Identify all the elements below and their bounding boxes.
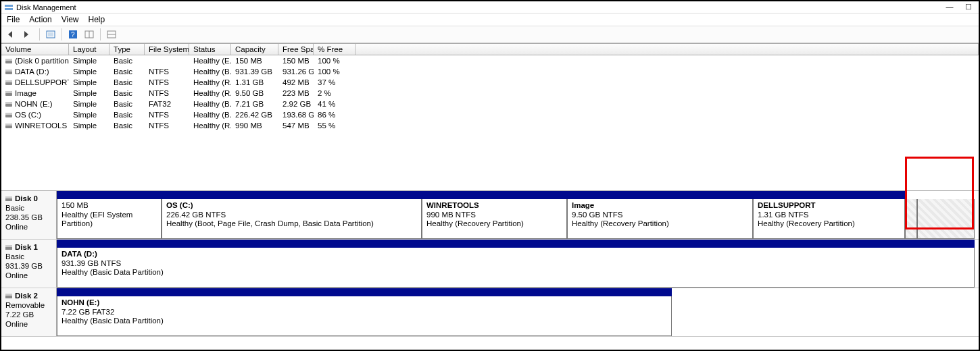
col-fs[interactable]: File System	[145, 44, 189, 55]
cell-type: Basic	[109, 66, 145, 77]
menu-help[interactable]: Help	[89, 15, 105, 24]
partition-color-bar	[57, 240, 975, 248]
volume-row[interactable]: OS (C:)SimpleBasicNTFSHealthy (B...226.4…	[1, 109, 979, 120]
unallocated-space[interactable]	[917, 199, 975, 239]
partition-info: 226.42 GB NTFS	[166, 211, 417, 220]
menu-action[interactable]: Action	[29, 15, 51, 24]
col-pctfree[interactable]: % Free	[314, 44, 356, 55]
toolbar-icon-3[interactable]	[105, 28, 118, 40]
disk-type: Basic	[5, 203, 52, 213]
help-button[interactable]: ?	[66, 28, 80, 40]
partition[interactable]: DELLSUPPORT1.31 GB NTFSHealthy (Recovery…	[753, 199, 905, 239]
disk-status: Online	[5, 222, 52, 232]
partition[interactable]: NOHN (E:)7.22 GB FAT32Healthy (Basic Dat…	[57, 296, 672, 336]
menu-file[interactable]: File	[7, 15, 20, 24]
cell-free: 492 MB	[278, 77, 314, 88]
unallocated-space[interactable]	[905, 199, 917, 239]
cell-fs: NTFS	[145, 120, 189, 131]
cell-pctfree: 37 %	[314, 77, 356, 88]
cell-fs: NTFS	[145, 66, 189, 77]
disk-status: Online	[5, 319, 52, 329]
menu-view[interactable]: View	[62, 15, 79, 24]
col-free[interactable]: Free Spa...	[278, 44, 314, 55]
disk-size: 931.39 GB	[5, 261, 52, 271]
cell-status: Healthy (B...	[189, 99, 231, 109]
volume-list-header: Volume Layout Type File System Status Ca…	[1, 43, 979, 55]
disk-name: Disk 1	[5, 242, 52, 252]
cell-free: 547 MB	[278, 120, 314, 131]
cell-status: Healthy (R...	[189, 120, 231, 131]
col-capacity[interactable]: Capacity	[231, 44, 278, 55]
cell-capacity: 9.50 GB	[231, 88, 278, 99]
svg-rect-3	[48, 32, 53, 36]
minimize-button[interactable]: —	[945, 3, 954, 11]
cell-pctfree: 41 %	[314, 99, 356, 109]
volume-row[interactable]: (Disk 0 partition 1)SimpleBasicHealthy (…	[1, 55, 979, 66]
disk-row[interactable]: Disk 2Removable7.22 GBOnlineNOHN (E:)7.2…	[1, 288, 979, 337]
disk-row[interactable]: Disk 0Basic238.35 GBOnline150 MBHealthy …	[1, 191, 979, 240]
back-button[interactable]	[5, 28, 19, 40]
cell-status: Healthy (R...	[189, 77, 231, 88]
partition-name: NOHN (E:)	[62, 298, 667, 308]
disk-size: 238.35 GB	[5, 213, 52, 222]
app-icon	[4, 3, 14, 12]
cell-layout: Simple	[69, 66, 109, 77]
cell-pctfree: 2 %	[314, 88, 356, 99]
col-layout[interactable]: Layout	[69, 44, 109, 55]
svg-text:?: ?	[71, 31, 75, 38]
volume-row[interactable]: NOHN (E:)SimpleBasicFAT32Healthy (B...7.…	[1, 99, 979, 109]
cell-volume: NOHN (E:)	[1, 99, 69, 109]
cell-type: Basic	[109, 109, 145, 120]
menubar: File Action View Help	[1, 14, 979, 26]
partition-info: 9.50 GB NTFS	[572, 211, 748, 220]
disk-status: Online	[5, 271, 52, 280]
partition[interactable]: Image9.50 GB NTFSHealthy (Recovery Parti…	[567, 199, 753, 239]
partition[interactable]: WINRETOOLS990 MB NTFSHealthy (Recovery P…	[422, 199, 567, 239]
forward-button[interactable]	[22, 28, 35, 40]
partition[interactable]: OS (C:)226.42 GB NTFSHealthy (Boot, Page…	[162, 199, 422, 239]
cell-volume: OS (C:)	[1, 109, 69, 120]
cell-volume: (Disk 0 partition 1)	[1, 55, 69, 66]
partition-strip: NOHN (E:)7.22 GB FAT32Healthy (Basic Dat…	[57, 288, 979, 336]
partition-info: 150 MB	[62, 201, 157, 211]
cell-layout: Simple	[69, 88, 109, 99]
volume-row[interactable]: ImageSimpleBasicNTFSHealthy (R...9.50 GB…	[1, 88, 979, 99]
cell-fs: FAT32	[145, 99, 189, 109]
toolbar-icon-2[interactable]	[82, 28, 96, 40]
cell-volume: Image	[1, 88, 69, 99]
cell-fs	[145, 55, 189, 66]
volume-list[interactable]: (Disk 0 partition 1)SimpleBasicHealthy (…	[1, 55, 979, 131]
col-type[interactable]: Type	[109, 44, 145, 55]
partition-color-bar	[57, 191, 905, 199]
cell-status: Healthy (B...	[189, 66, 231, 77]
partition-status: Healthy (Basic Data Partition)	[62, 268, 970, 277]
partition-status: Healthy (Recovery Partition)	[758, 219, 900, 229]
volume-row[interactable]: DELLSUPPORTSimpleBasicNTFSHealthy (R...1…	[1, 77, 979, 88]
disk-header[interactable]: Disk 0Basic238.35 GBOnline	[1, 191, 57, 239]
cell-fs: NTFS	[145, 88, 189, 99]
disk-type: Basic	[5, 252, 52, 261]
col-status[interactable]: Status	[189, 44, 231, 55]
disk-header[interactable]: Disk 1Basic931.39 GBOnline	[1, 240, 57, 288]
disk-row[interactable]: Disk 1Basic931.39 GBOnlineDATA (D:)931.3…	[1, 240, 979, 288]
partition[interactable]: DATA (D:)931.39 GB NTFSHealthy (Basic Da…	[57, 248, 975, 288]
partition-info: 1.31 GB NTFS	[758, 211, 900, 220]
partition-status: Healthy (Basic Data Partition)	[62, 317, 667, 326]
partition-name: DATA (D:)	[62, 250, 970, 259]
cell-fs: NTFS	[145, 77, 189, 88]
col-volume[interactable]: Volume	[1, 44, 69, 55]
cell-capacity: 990 MB	[231, 120, 278, 131]
cell-capacity: 226.42 GB	[231, 109, 278, 120]
cell-type: Basic	[109, 55, 145, 66]
disk-name: Disk 2	[5, 291, 52, 300]
cell-free: 223 MB	[278, 88, 314, 99]
cell-volume: DATA (D:)	[1, 66, 69, 77]
partition-name: WINRETOOLS	[426, 201, 562, 211]
volume-row[interactable]: WINRETOOLSSimpleBasicNTFSHealthy (R...99…	[1, 120, 979, 131]
volume-row[interactable]: DATA (D:)SimpleBasicNTFSHealthy (B...931…	[1, 66, 979, 77]
cell-pctfree: 55 %	[314, 120, 356, 131]
partition[interactable]: 150 MBHealthy (EFI System Partition)	[57, 199, 162, 239]
disk-header[interactable]: Disk 2Removable7.22 GBOnline	[1, 288, 57, 336]
toolbar-icon-1[interactable]	[44, 28, 57, 40]
maximize-button[interactable]: ☐	[964, 3, 973, 11]
